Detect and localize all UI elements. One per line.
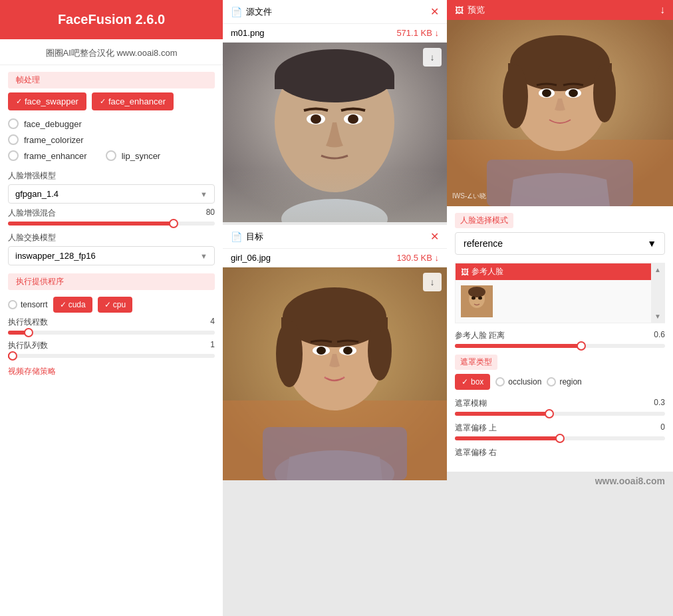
face-enhance-model-label: 人脸增强模型 (8, 170, 215, 182)
mask-blur-track[interactable] (455, 412, 665, 416)
mask-offset-right-header: 遮罩偏移 右 (455, 447, 665, 458)
tensorrt-label: tensorrt (21, 300, 48, 309)
svg-rect-23 (263, 427, 407, 480)
radio-tensorrt[interactable] (8, 300, 17, 309)
thread-count-thumb[interactable] (24, 328, 33, 337)
radio-frame-colorizer[interactable] (8, 134, 19, 145)
check-icon-cpu: ✓ (104, 300, 111, 309)
mask-offset-top-thumb[interactable] (555, 434, 565, 443)
radio-face-debugger[interactable] (8, 118, 19, 129)
face-swapper-btn[interactable]: ✓ face_swapper (8, 92, 86, 110)
svg-point-9 (281, 199, 388, 222)
source-close-btn[interactable]: ✕ (430, 5, 439, 18)
svg-point-40 (471, 297, 475, 300)
thread-count-value: 4 (210, 317, 215, 328)
check-icon: ✓ (16, 97, 22, 106)
svg-point-34 (542, 89, 551, 97)
svg-point-31 (593, 64, 616, 122)
preview-bar-left: 🖼 预览 (455, 4, 485, 16)
face-debugger-row: face_debugger (0, 116, 223, 132)
svg-point-30 (503, 65, 528, 128)
lip-syncer-label: lip_syncer (122, 151, 161, 161)
svg-point-41 (478, 297, 482, 300)
face-swap-model-value: inswapper_128_fp16 (15, 251, 96, 261)
svg-point-17 (368, 321, 392, 381)
face-mode-dropdown[interactable]: reference ▼ (455, 232, 665, 255)
mask-offset-top-value: 0 (660, 422, 665, 434)
frame-enhancer-row: frame_enhancer lip_syncer (0, 148, 223, 164)
mask-offset-top-fill (455, 436, 560, 440)
check-icon-2: ✓ (100, 97, 106, 106)
preview-bar: 🖼 预览 ↓ (447, 0, 673, 20)
frame-colorizer-label: frame_colorizer (24, 135, 84, 145)
source-file-bar: 📄 源文件 ✕ (223, 0, 447, 24)
radio-region[interactable] (547, 377, 556, 386)
mask-offset-top-track[interactable] (455, 436, 665, 440)
face-thumb (461, 285, 493, 317)
thread-count-slider: 执行线程数 4 (0, 315, 223, 339)
radio-lip-syncer[interactable] (106, 150, 116, 161)
source-filesize: 571.1 KB ↓ (396, 28, 439, 38)
mask-blur-header: 遮罩模糊 0.3 (455, 398, 665, 409)
target-file-bar: 📄 目标 ✕ (223, 225, 447, 249)
face-ref-icon: 🖼 (461, 267, 469, 277)
preview-download-btn[interactable]: ↓ (660, 4, 665, 16)
face-enhancer-btn[interactable]: ✓ face_enhancer (92, 92, 174, 110)
mask-offset-right-label: 遮罩偏移 右 (455, 447, 497, 458)
thread-count-header: 执行线程数 4 (8, 317, 215, 328)
face-mode-label: 人脸选择模式 (455, 213, 513, 228)
mask-box-label: box (471, 377, 483, 386)
cuda-btn[interactable]: ✓ cuda (53, 297, 92, 313)
svg-point-16 (276, 321, 303, 387)
radio-occlusion[interactable] (495, 377, 505, 386)
queue-count-label: 执行队列数 (8, 340, 48, 351)
mask-blur-value: 0.3 (654, 398, 665, 409)
dropdown-arrow-icon: ▼ (200, 190, 207, 198)
target-image (223, 267, 447, 480)
thread-count-track[interactable] (8, 331, 215, 335)
face-enhance-blend-track[interactable] (8, 222, 215, 226)
queue-count-thumb[interactable] (8, 351, 17, 361)
source-download-btn[interactable]: ↓ (423, 48, 442, 67)
target-filesize: 130.5 KB ↓ (396, 253, 439, 263)
face-distance-label: 参考人脸 距离 (455, 330, 505, 341)
face-enhance-blend-header: 人脸增强混合 80 (8, 208, 215, 219)
target-close-btn[interactable]: ✕ (430, 230, 439, 243)
mask-offset-right-slider: 遮罩偏移 右 (455, 447, 665, 458)
dropdown-arrow-face-mode: ▼ (647, 238, 656, 249)
face-distance-slider: 参考人脸 距离 0.6 (455, 330, 665, 348)
exec-section-label: 执行提供程序 (8, 273, 215, 290)
bottom-watermark: www.ooai8.com (447, 472, 673, 490)
cpu-btn[interactable]: ✓ cpu (98, 297, 132, 313)
source-file-bar-left: 📄 源文件 (231, 6, 272, 18)
face-debugger-label: face_debugger (24, 119, 82, 129)
mask-blur-thumb[interactable] (545, 409, 554, 418)
target-download-btn[interactable]: ↓ (423, 273, 442, 291)
mask-occlusion-row: occlusion (495, 374, 541, 390)
queue-count-slider: 执行队列数 1 (0, 339, 223, 362)
svg-rect-4 (275, 76, 394, 89)
radio-frame-enhancer[interactable] (8, 150, 19, 161)
face-distance-track[interactable] (455, 344, 665, 348)
queue-count-value: 1 (210, 340, 215, 351)
face-distance-thumb[interactable] (577, 341, 586, 351)
svg-point-39 (468, 287, 485, 297)
frame-colorizer-row: frame_colorizer (0, 132, 223, 148)
source-filename: m01.png (231, 28, 265, 38)
face-swap-model-dropdown[interactable]: inswapper_128_fp16 ▼ (8, 246, 215, 265)
queue-count-track[interactable] (8, 354, 215, 358)
face-distance-value: 0.6 (654, 330, 665, 341)
face-enhance-blend-thumb[interactable] (169, 219, 178, 228)
face-enhance-blend-fill (8, 222, 174, 226)
frame-section-label: 帧处理 (8, 72, 215, 88)
face-swap-model-field: 人脸交换模型 inswapper_128_fp16 ▼ (0, 230, 223, 268)
cuda-label: cuda (68, 300, 86, 309)
scroll-bar[interactable]: ▲ ▼ (651, 263, 664, 323)
target-filename: girl_06.jpg (231, 253, 271, 263)
face-enhance-model-dropdown[interactable]: gfpgan_1.4 ▼ (8, 184, 215, 204)
mask-box-btn[interactable]: ✓ box (455, 374, 490, 390)
tensorrt-provider: tensorrt (8, 300, 48, 309)
mask-offset-top-label: 遮罩偏移 上 (455, 422, 497, 434)
right-controls: 人脸选择模式 reference ▼ 🖼 参考人脸 (447, 206, 673, 472)
processor-row: ✓ face_swapper ✓ face_enhancer (0, 92, 223, 116)
